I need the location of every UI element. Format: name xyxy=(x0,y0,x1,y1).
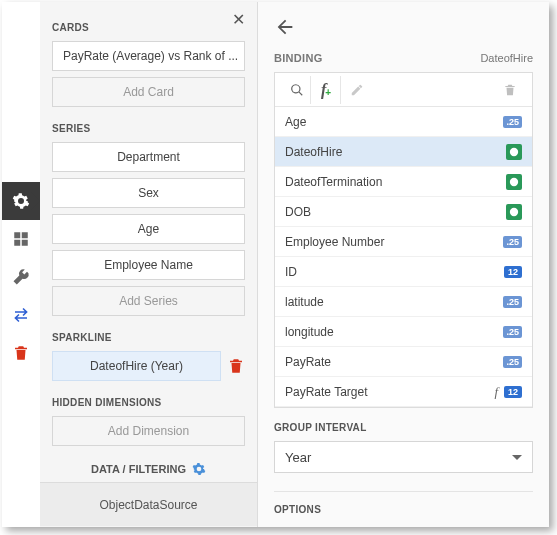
add-card-button[interactable]: Add Card xyxy=(52,77,245,107)
gear-icon xyxy=(192,462,206,476)
cards-header: CARDS xyxy=(52,22,245,33)
series-item[interactable]: Employee Name xyxy=(52,250,245,280)
integer-badge: 12 xyxy=(504,266,522,278)
field-name: Age xyxy=(285,115,306,129)
rail-layout[interactable] xyxy=(2,220,40,258)
rail-wrench[interactable] xyxy=(2,258,40,296)
field-row[interactable]: latitude.25 xyxy=(275,287,532,317)
binding-value: DateofHire xyxy=(480,52,533,64)
integer-badge: 12 xyxy=(504,386,522,398)
rail-swap[interactable] xyxy=(2,296,40,334)
series-item[interactable]: Department xyxy=(52,142,245,172)
edit-button[interactable] xyxy=(343,76,371,104)
search-icon xyxy=(290,83,304,97)
delete-button[interactable] xyxy=(496,76,524,104)
field-list: f+ Age.25DateofHireDateofTerminationDOBE… xyxy=(274,72,533,408)
data-filtering-label: DATA / FILTERING xyxy=(91,463,186,475)
datetime-badge-icon xyxy=(506,174,522,190)
data-filtering-header[interactable]: DATA / FILTERING xyxy=(52,462,245,476)
series-item[interactable]: Sex xyxy=(52,178,245,208)
field-row[interactable]: ID12 xyxy=(275,257,532,287)
card-item[interactable]: PayRate (Average) vs Rank of ... xyxy=(52,41,245,71)
field-row[interactable]: longitude.25 xyxy=(275,317,532,347)
right-panel: BINDING DateofHire f+ Age.25DateofHireDa… xyxy=(258,2,549,527)
trash-icon xyxy=(12,344,30,362)
series-item[interactable]: Age xyxy=(52,214,245,244)
decimal-badge: .25 xyxy=(503,116,522,128)
field-name: PayRate Target xyxy=(285,385,368,399)
field-row[interactable]: DateofTermination xyxy=(275,167,532,197)
field-rows: Age.25DateofHireDateofTerminationDOBEmpl… xyxy=(275,107,532,407)
binding-label: BINDING xyxy=(274,52,323,64)
add-calculated-field-button[interactable]: f+ xyxy=(313,76,341,104)
group-interval-section: GROUP INTERVAL Year xyxy=(274,422,533,473)
left-panel: ✕ CARDS PayRate (Average) vs Rank of ...… xyxy=(40,2,258,527)
field-row[interactable]: Employee Number.25 xyxy=(275,227,532,257)
decimal-badge: .25 xyxy=(503,236,522,248)
datetime-badge-icon xyxy=(506,204,522,220)
chevron-down-icon xyxy=(512,455,522,465)
decimal-badge: .25 xyxy=(503,296,522,308)
series-header: SERIES xyxy=(52,123,245,134)
options-header: OPTIONS xyxy=(274,491,533,515)
sparkline-header: SPARKLINE xyxy=(52,332,245,343)
field-row[interactable]: PayRate.25 xyxy=(275,347,532,377)
close-icon[interactable]: ✕ xyxy=(232,10,245,29)
hidden-header: HIDDEN DIMENSIONS xyxy=(52,397,245,408)
group-interval-label: GROUP INTERVAL xyxy=(274,422,533,433)
field-row[interactable]: PayRate Targetf12 xyxy=(275,377,532,407)
field-row[interactable]: DateofHire xyxy=(275,137,532,167)
trash-icon[interactable] xyxy=(227,357,245,375)
rail-delete[interactable] xyxy=(2,334,40,372)
field-name: ID xyxy=(285,265,297,279)
wrench-icon xyxy=(12,268,30,286)
add-series-button[interactable]: Add Series xyxy=(52,286,245,316)
group-interval-select[interactable]: Year xyxy=(274,441,533,473)
back-arrow-icon[interactable] xyxy=(274,16,296,38)
field-name: longitude xyxy=(285,325,334,339)
sparkline-item[interactable]: DateofHire (Year) xyxy=(52,351,221,381)
datetime-badge-icon xyxy=(506,144,522,160)
icon-rail xyxy=(2,2,40,527)
decimal-badge: .25 xyxy=(503,356,522,368)
field-name: DOB xyxy=(285,205,311,219)
layout-icon xyxy=(12,230,30,248)
add-dimension-button[interactable]: Add Dimension xyxy=(52,416,245,446)
field-row[interactable]: Age.25 xyxy=(275,107,532,137)
field-name: latitude xyxy=(285,295,324,309)
datasource-item[interactable]: ObjectDataSource xyxy=(40,482,257,526)
decimal-badge: .25 xyxy=(503,326,522,338)
binding-header: BINDING DateofHire xyxy=(274,52,533,64)
field-name: DateofHire xyxy=(285,145,342,159)
gear-icon xyxy=(12,192,30,210)
trash-icon xyxy=(503,83,517,97)
field-name: Employee Number xyxy=(285,235,384,249)
group-interval-value: Year xyxy=(285,450,311,465)
pencil-icon xyxy=(350,83,364,97)
field-toolbar: f+ xyxy=(275,73,532,107)
swap-icon xyxy=(12,306,30,324)
field-name: PayRate xyxy=(285,355,331,369)
field-row[interactable]: DOB xyxy=(275,197,532,227)
rail-settings[interactable] xyxy=(2,182,40,220)
field-name: DateofTermination xyxy=(285,175,382,189)
search-button[interactable] xyxy=(283,76,311,104)
fx-icon: f xyxy=(494,384,498,400)
